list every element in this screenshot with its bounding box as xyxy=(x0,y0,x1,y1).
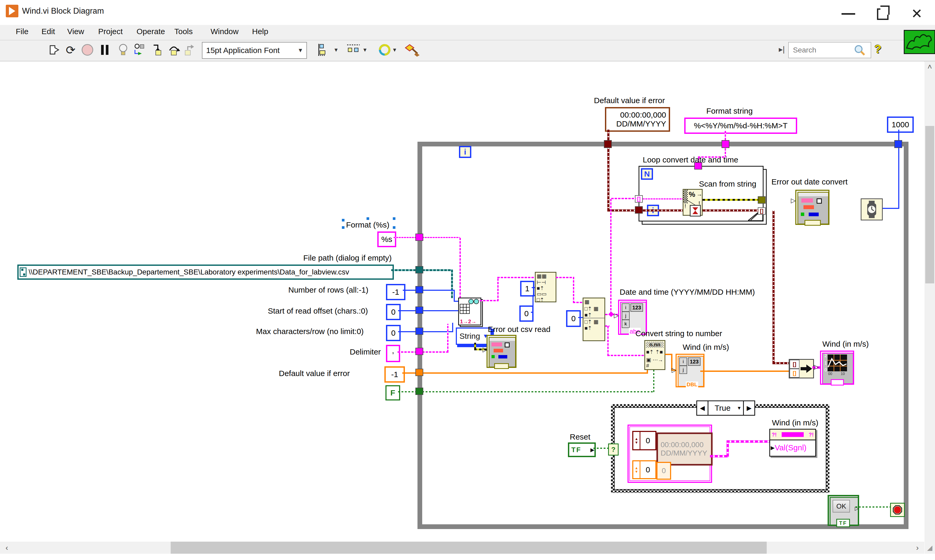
zero-constant-a[interactable]: 0 xyxy=(519,305,533,322)
step-over-button[interactable] xyxy=(166,42,182,58)
search-box[interactable] xyxy=(788,42,871,58)
reset-boolean-terminal[interactable]: TF ▶ xyxy=(568,442,596,457)
menu-project[interactable]: Project xyxy=(98,27,123,36)
error-out-csv-indicator[interactable] xyxy=(487,335,516,368)
while-loop-border-left[interactable] xyxy=(417,142,422,529)
string-type-selector[interactable]: String ▼ xyxy=(456,328,491,345)
search-prev-icon[interactable]: ▸| xyxy=(779,45,785,54)
font-selector[interactable]: 15pt Application Font ▼ xyxy=(202,42,307,59)
wait-ms-node[interactable] xyxy=(861,198,883,220)
highlight-execution-icon[interactable] xyxy=(116,42,131,58)
pause-button[interactable] xyxy=(97,42,112,58)
horizontal-scroll-thumb[interactable] xyxy=(171,542,767,554)
forloop-tunnel-default[interactable] xyxy=(635,206,643,214)
ms-constant[interactable]: 1000 xyxy=(887,117,914,133)
delimiter-constant[interactable]: , xyxy=(386,345,400,362)
menu-view[interactable]: View xyxy=(67,27,84,36)
minimize-button[interactable] xyxy=(841,13,855,15)
wind-property-node[interactable]: ?! ?! ▶ Val(Sgnl) xyxy=(769,429,816,457)
menu-operate[interactable]: Operate xyxy=(137,27,165,36)
forloop-tunnel-error[interactable] xyxy=(758,196,766,204)
filepath-constant[interactable]: \\DEPARTEMENT_SBE\Backup_Departement_SBE… xyxy=(17,265,394,280)
run-continuous-button[interactable]: ⟳ xyxy=(63,42,78,58)
context-help-icon[interactable]: ? xyxy=(874,43,881,55)
tunnel-format[interactable] xyxy=(721,140,729,148)
index-array-node[interactable]: ▦ □⇡ ▦ ■⇡ □⇡ ▦ ■⇡ xyxy=(583,298,605,341)
close-button[interactable]: ✕ xyxy=(911,6,923,22)
false-constant[interactable]: F xyxy=(385,385,400,400)
ok-button-terminal[interactable]: OK TF ▷ xyxy=(828,495,859,526)
while-loop-border-top[interactable] xyxy=(417,142,909,146)
vertical-scrollbar[interactable]: ˄ ˅ xyxy=(924,62,935,554)
tunnel-default[interactable] xyxy=(415,369,423,376)
format-string-constant[interactable]: %<%Y/%m/%d-%H:%M>T xyxy=(684,118,797,134)
timestamp-display[interactable]: 00:00:00,000 DD/MM/YYYY xyxy=(656,432,713,466)
default-left-constant[interactable]: -1 xyxy=(384,366,405,383)
rows-constant[interactable]: -1 xyxy=(386,284,405,300)
vi-icon[interactable] xyxy=(904,30,935,54)
scroll-up-icon[interactable]: ˄ xyxy=(924,62,935,72)
maxchar-constant[interactable]: 0 xyxy=(386,325,400,341)
numeric-control-orange[interactable]: ▲▼ 0 xyxy=(632,460,656,479)
resize-grip-icon[interactable]: ◢ xyxy=(924,542,935,554)
abort-button[interactable] xyxy=(80,42,95,58)
tunnel-timestamp[interactable] xyxy=(604,140,612,148)
numeric-control-darkred[interactable]: ▲▼ 0 xyxy=(632,431,656,450)
convert-string-to-number-node[interactable]: n.nn ■⇡ ⇡■ ▣ ⋯→ # xyxy=(644,340,665,370)
reorder-objects-button[interactable]: ▼ xyxy=(373,42,402,58)
format-s-constant[interactable]: %s xyxy=(377,231,396,247)
retain-wire-values-icon[interactable] xyxy=(132,42,147,58)
scroll-left-icon[interactable]: ‹ xyxy=(2,542,12,554)
spinner-icon[interactable]: ▲▼ xyxy=(633,432,641,449)
error-out-date-indicator[interactable] xyxy=(795,190,829,225)
read-csv-vi-node[interactable]: 1→2→ xyxy=(458,298,481,325)
case-next-icon[interactable]: ▶ xyxy=(743,401,754,415)
forloop-count-terminal[interactable]: N xyxy=(641,168,653,180)
tunnel-maxchar[interactable] xyxy=(415,328,423,335)
spinner-icon[interactable]: ▲▼ xyxy=(633,462,641,478)
delete-from-array-node[interactable]: ▦▦ ⊢⊣ ■⇡ ▭▭ □⇡ xyxy=(535,272,556,302)
menu-tools[interactable]: Tools xyxy=(174,27,193,36)
case-selector[interactable]: ◀ True ▼ ▶ xyxy=(696,400,755,416)
while-loop-iteration-terminal[interactable]: i xyxy=(459,146,471,158)
zero-constant-b[interactable]: 0 xyxy=(566,310,581,327)
scroll-right-icon[interactable]: › xyxy=(912,542,923,554)
tunnel-offset[interactable] xyxy=(415,306,423,314)
case-prev-icon[interactable]: ◀ xyxy=(697,401,709,415)
tunnel-format-s[interactable] xyxy=(415,234,423,241)
one-constant[interactable]: 1 xyxy=(520,281,535,297)
tunnel-rows[interactable] xyxy=(415,286,423,293)
timestamp-default-constant[interactable]: 00:00:00,000 DD/MM/YYYY xyxy=(605,107,670,132)
forloop-tunnel-format[interactable] xyxy=(694,162,702,169)
horizontal-scrollbar[interactable]: ‹ › xyxy=(0,542,924,554)
restore-button[interactable] xyxy=(877,8,889,20)
case-selector-tunnel[interactable]: ? xyxy=(608,443,619,455)
menu-file[interactable]: File xyxy=(16,27,28,36)
orange-zero-constant[interactable]: 0 xyxy=(656,462,671,480)
while-loop-border-right[interactable] xyxy=(904,142,909,529)
vertical-scroll-thumb[interactable] xyxy=(925,126,934,283)
forloop-tunnel-autoindex-out[interactable]: [] xyxy=(758,207,766,215)
search-input[interactable] xyxy=(792,46,854,55)
search-icon[interactable] xyxy=(854,45,866,56)
scan-from-string-node[interactable]: % → !t xyxy=(683,189,702,216)
distribute-objects-button[interactable]: ▼ xyxy=(343,42,371,58)
step-into-button[interactable] xyxy=(149,42,165,58)
tunnel-filepath[interactable] xyxy=(415,266,423,274)
merge-signals-node[interactable]: [] [] xyxy=(789,359,814,378)
tunnel-ms[interactable] xyxy=(894,140,902,148)
cleanup-diagram-button[interactable] xyxy=(402,42,423,58)
tunnel-false[interactable] xyxy=(415,388,423,395)
menu-window[interactable]: Window xyxy=(211,27,239,36)
menu-help[interactable]: Help xyxy=(252,27,268,36)
menu-edit[interactable]: Edit xyxy=(42,27,55,36)
wind-xy-graph-indicator[interactable]: 210 0010 xyxy=(820,351,854,385)
align-objects-button[interactable]: ▼ xyxy=(314,42,343,58)
tunnel-delimiter[interactable] xyxy=(415,348,423,355)
case-selector-value[interactable]: True xyxy=(709,404,737,412)
forloop-tunnel-autoindex-in[interactable]: [] xyxy=(635,195,643,203)
offset-constant[interactable]: 0 xyxy=(386,304,400,320)
run-button[interactable] xyxy=(47,42,62,58)
loop-condition-terminal[interactable] xyxy=(890,503,905,517)
step-out-button[interactable] xyxy=(182,42,197,58)
